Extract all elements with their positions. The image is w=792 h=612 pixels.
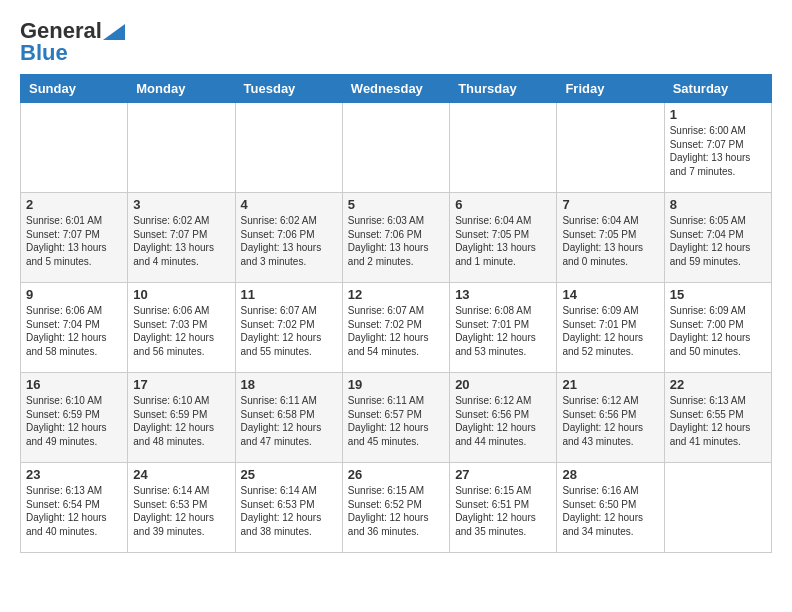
day-number: 6 — [455, 197, 551, 212]
calendar-cell: 9Sunrise: 6:06 AM Sunset: 7:04 PM Daylig… — [21, 283, 128, 373]
calendar-cell: 6Sunrise: 6:04 AM Sunset: 7:05 PM Daylig… — [450, 193, 557, 283]
day-info: Sunrise: 6:09 AM Sunset: 7:00 PM Dayligh… — [670, 304, 766, 358]
calendar-cell — [128, 103, 235, 193]
day-number: 4 — [241, 197, 337, 212]
calendar-cell — [664, 463, 771, 553]
calendar-cell: 26Sunrise: 6:15 AM Sunset: 6:52 PM Dayli… — [342, 463, 449, 553]
svg-marker-0 — [103, 24, 125, 40]
day-number: 28 — [562, 467, 658, 482]
day-number: 23 — [26, 467, 122, 482]
day-info: Sunrise: 6:10 AM Sunset: 6:59 PM Dayligh… — [26, 394, 122, 448]
calendar-cell: 16Sunrise: 6:10 AM Sunset: 6:59 PM Dayli… — [21, 373, 128, 463]
week-row-5: 23Sunrise: 6:13 AM Sunset: 6:54 PM Dayli… — [21, 463, 772, 553]
day-info: Sunrise: 6:06 AM Sunset: 7:03 PM Dayligh… — [133, 304, 229, 358]
day-number: 15 — [670, 287, 766, 302]
day-info: Sunrise: 6:04 AM Sunset: 7:05 PM Dayligh… — [455, 214, 551, 268]
day-number: 1 — [670, 107, 766, 122]
day-header-tuesday: Tuesday — [235, 75, 342, 103]
day-info: Sunrise: 6:09 AM Sunset: 7:01 PM Dayligh… — [562, 304, 658, 358]
day-number: 25 — [241, 467, 337, 482]
calendar-cell: 2Sunrise: 6:01 AM Sunset: 7:07 PM Daylig… — [21, 193, 128, 283]
calendar-cell: 21Sunrise: 6:12 AM Sunset: 6:56 PM Dayli… — [557, 373, 664, 463]
day-info: Sunrise: 6:16 AM Sunset: 6:50 PM Dayligh… — [562, 484, 658, 538]
day-number: 9 — [26, 287, 122, 302]
calendar-cell — [557, 103, 664, 193]
day-info: Sunrise: 6:08 AM Sunset: 7:01 PM Dayligh… — [455, 304, 551, 358]
day-info: Sunrise: 6:13 AM Sunset: 6:54 PM Dayligh… — [26, 484, 122, 538]
day-number: 11 — [241, 287, 337, 302]
day-info: Sunrise: 6:04 AM Sunset: 7:05 PM Dayligh… — [562, 214, 658, 268]
day-info: Sunrise: 6:02 AM Sunset: 7:07 PM Dayligh… — [133, 214, 229, 268]
day-number: 7 — [562, 197, 658, 212]
calendar-cell: 19Sunrise: 6:11 AM Sunset: 6:57 PM Dayli… — [342, 373, 449, 463]
day-number: 13 — [455, 287, 551, 302]
day-header-friday: Friday — [557, 75, 664, 103]
calendar-cell: 7Sunrise: 6:04 AM Sunset: 7:05 PM Daylig… — [557, 193, 664, 283]
calendar-cell: 3Sunrise: 6:02 AM Sunset: 7:07 PM Daylig… — [128, 193, 235, 283]
day-number: 27 — [455, 467, 551, 482]
day-header-thursday: Thursday — [450, 75, 557, 103]
day-header-saturday: Saturday — [664, 75, 771, 103]
day-info: Sunrise: 6:10 AM Sunset: 6:59 PM Dayligh… — [133, 394, 229, 448]
day-number: 14 — [562, 287, 658, 302]
calendar-cell — [450, 103, 557, 193]
calendar-cell: 8Sunrise: 6:05 AM Sunset: 7:04 PM Daylig… — [664, 193, 771, 283]
day-info: Sunrise: 6:06 AM Sunset: 7:04 PM Dayligh… — [26, 304, 122, 358]
day-number: 24 — [133, 467, 229, 482]
day-number: 21 — [562, 377, 658, 392]
day-number: 3 — [133, 197, 229, 212]
calendar-cell: 20Sunrise: 6:12 AM Sunset: 6:56 PM Dayli… — [450, 373, 557, 463]
day-number: 10 — [133, 287, 229, 302]
day-number: 26 — [348, 467, 444, 482]
day-info: Sunrise: 6:12 AM Sunset: 6:56 PM Dayligh… — [455, 394, 551, 448]
day-info: Sunrise: 6:14 AM Sunset: 6:53 PM Dayligh… — [133, 484, 229, 538]
logo-icon — [103, 24, 125, 40]
week-row-1: 1Sunrise: 6:00 AM Sunset: 7:07 PM Daylig… — [21, 103, 772, 193]
day-info: Sunrise: 6:11 AM Sunset: 6:58 PM Dayligh… — [241, 394, 337, 448]
calendar-cell: 14Sunrise: 6:09 AM Sunset: 7:01 PM Dayli… — [557, 283, 664, 373]
day-number: 18 — [241, 377, 337, 392]
day-info: Sunrise: 6:12 AM Sunset: 6:56 PM Dayligh… — [562, 394, 658, 448]
calendar-cell: 1Sunrise: 6:00 AM Sunset: 7:07 PM Daylig… — [664, 103, 771, 193]
logo: General Blue — [20, 20, 125, 64]
day-number: 5 — [348, 197, 444, 212]
day-info: Sunrise: 6:14 AM Sunset: 6:53 PM Dayligh… — [241, 484, 337, 538]
day-header-wednesday: Wednesday — [342, 75, 449, 103]
day-number: 12 — [348, 287, 444, 302]
calendar-cell: 22Sunrise: 6:13 AM Sunset: 6:55 PM Dayli… — [664, 373, 771, 463]
day-info: Sunrise: 6:01 AM Sunset: 7:07 PM Dayligh… — [26, 214, 122, 268]
calendar-cell: 13Sunrise: 6:08 AM Sunset: 7:01 PM Dayli… — [450, 283, 557, 373]
calendar-cell: 25Sunrise: 6:14 AM Sunset: 6:53 PM Dayli… — [235, 463, 342, 553]
logo-general: General — [20, 20, 102, 42]
calendar-cell: 11Sunrise: 6:07 AM Sunset: 7:02 PM Dayli… — [235, 283, 342, 373]
day-info: Sunrise: 6:07 AM Sunset: 7:02 PM Dayligh… — [241, 304, 337, 358]
day-header-sunday: Sunday — [21, 75, 128, 103]
calendar-cell: 24Sunrise: 6:14 AM Sunset: 6:53 PM Dayli… — [128, 463, 235, 553]
day-info: Sunrise: 6:07 AM Sunset: 7:02 PM Dayligh… — [348, 304, 444, 358]
week-row-2: 2Sunrise: 6:01 AM Sunset: 7:07 PM Daylig… — [21, 193, 772, 283]
day-number: 22 — [670, 377, 766, 392]
calendar-cell — [21, 103, 128, 193]
day-number: 19 — [348, 377, 444, 392]
calendar-cell: 10Sunrise: 6:06 AM Sunset: 7:03 PM Dayli… — [128, 283, 235, 373]
day-number: 2 — [26, 197, 122, 212]
calendar-cell: 28Sunrise: 6:16 AM Sunset: 6:50 PM Dayli… — [557, 463, 664, 553]
calendar-table: SundayMondayTuesdayWednesdayThursdayFrid… — [20, 74, 772, 553]
day-info: Sunrise: 6:15 AM Sunset: 6:52 PM Dayligh… — [348, 484, 444, 538]
logo-blue: Blue — [20, 42, 68, 64]
calendar-cell: 17Sunrise: 6:10 AM Sunset: 6:59 PM Dayli… — [128, 373, 235, 463]
day-info: Sunrise: 6:02 AM Sunset: 7:06 PM Dayligh… — [241, 214, 337, 268]
calendar-cell: 15Sunrise: 6:09 AM Sunset: 7:00 PM Dayli… — [664, 283, 771, 373]
day-number: 20 — [455, 377, 551, 392]
day-info: Sunrise: 6:15 AM Sunset: 6:51 PM Dayligh… — [455, 484, 551, 538]
day-info: Sunrise: 6:05 AM Sunset: 7:04 PM Dayligh… — [670, 214, 766, 268]
calendar-cell — [342, 103, 449, 193]
calendar-cell: 27Sunrise: 6:15 AM Sunset: 6:51 PM Dayli… — [450, 463, 557, 553]
calendar-cell — [235, 103, 342, 193]
week-row-3: 9Sunrise: 6:06 AM Sunset: 7:04 PM Daylig… — [21, 283, 772, 373]
day-number: 8 — [670, 197, 766, 212]
calendar-cell: 18Sunrise: 6:11 AM Sunset: 6:58 PM Dayli… — [235, 373, 342, 463]
day-number: 16 — [26, 377, 122, 392]
calendar-cell: 12Sunrise: 6:07 AM Sunset: 7:02 PM Dayli… — [342, 283, 449, 373]
day-info: Sunrise: 6:00 AM Sunset: 7:07 PM Dayligh… — [670, 124, 766, 178]
